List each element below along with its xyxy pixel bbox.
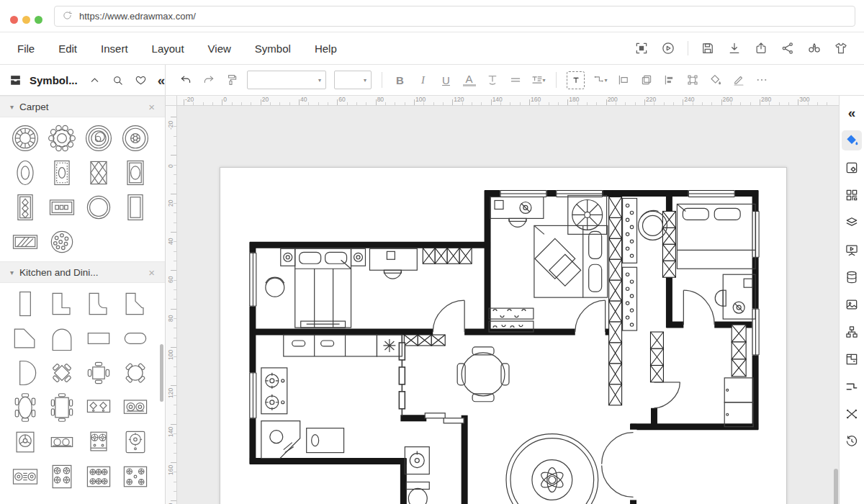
- format-painter-button[interactable]: [222, 71, 241, 90]
- search-icon[interactable]: [112, 74, 124, 86]
- symbol-rect-plain[interactable]: [118, 191, 153, 224]
- ceiling-fan[interactable]: [568, 196, 607, 235]
- canvas-scrollbar[interactable]: [834, 469, 838, 504]
- bold-button[interactable]: B: [390, 71, 410, 90]
- desk[interactable]: [490, 197, 544, 227]
- double-bed[interactable]: [534, 225, 608, 297]
- symbol-table-square-chairs[interactable]: [81, 356, 116, 390]
- favorites-heart-icon[interactable]: [135, 74, 147, 86]
- menu-item-view[interactable]: View: [208, 42, 231, 55]
- symbol-counter-arch[interactable]: [45, 322, 79, 355]
- left-panel-scrollbar[interactable]: [160, 344, 163, 402]
- symbol-cooktop-2-plain[interactable]: [45, 426, 79, 459]
- redo-button[interactable]: [199, 71, 218, 90]
- symbol-counter-l[interactable]: [45, 287, 79, 320]
- clothes-rack[interactable]: [623, 198, 637, 263]
- fill-color-button[interactable]: [706, 71, 725, 90]
- italic-button[interactable]: I: [413, 71, 433, 90]
- history-icon[interactable]: [842, 431, 862, 451]
- drawing-page[interactable]: [220, 167, 787, 504]
- nightstand[interactable]: [351, 248, 366, 266]
- share-icon[interactable]: [780, 41, 795, 55]
- reload-icon[interactable]: [62, 10, 73, 23]
- symbol-burner-single[interactable]: [8, 426, 42, 459]
- symbol-cooktop-2-round[interactable]: [118, 391, 153, 424]
- more-button[interactable]: [752, 71, 771, 90]
- menu-item-layout[interactable]: Layout: [152, 42, 184, 55]
- menu-item-help[interactable]: Help: [315, 42, 337, 55]
- save-icon[interactable]: [701, 41, 715, 55]
- minimize-window-button[interactable]: [22, 16, 30, 24]
- url-text[interactable]: https://www.edrawmax.com/: [79, 11, 196, 22]
- symbol-counter-rounded[interactable]: [118, 322, 153, 355]
- font-color-button[interactable]: A: [459, 71, 479, 90]
- menu-item-file[interactable]: File: [17, 42, 35, 55]
- swivel-chair[interactable]: [639, 210, 667, 240]
- double-bed[interactable]: [295, 248, 351, 328]
- text-align-button[interactable]: ▾: [528, 71, 548, 90]
- symbol-stove-grill[interactable]: [8, 460, 42, 493]
- section-header-1[interactable]: ▾Kitchen and Dini...×: [0, 261, 165, 283]
- symbol-table-oval-6[interactable]: [8, 391, 42, 424]
- symbol-counter-corner[interactable]: [8, 322, 42, 355]
- data-icon[interactable]: [842, 267, 862, 287]
- symbol-round-plain[interactable]: [81, 191, 116, 224]
- refrigerator[interactable]: [377, 335, 402, 356]
- stove[interactable]: [261, 368, 287, 414]
- armchair[interactable]: [266, 277, 284, 297]
- text-effect-button[interactable]: [482, 71, 502, 90]
- coat-rack[interactable]: [489, 308, 534, 332]
- cabinet[interactable]: [724, 378, 753, 427]
- symbol-rect-oval[interactable]: [118, 156, 153, 189]
- page-setup-icon[interactable]: [842, 158, 862, 178]
- text-tool-button[interactable]: [567, 71, 585, 89]
- symbol-counter-l-chamfer[interactable]: [118, 287, 153, 320]
- font-family-select[interactable]: ▾: [247, 71, 326, 89]
- round-rug[interactable]: [506, 434, 598, 504]
- maximize-window-button[interactable]: [35, 16, 42, 24]
- collapse-sidebar-icon[interactable]: «: [848, 103, 856, 123]
- symbol-burner-target[interactable]: [118, 426, 153, 459]
- section-collapse-icon[interactable]: ▾: [10, 103, 14, 111]
- symbol-stove-6[interactable]: [81, 460, 116, 493]
- symbol-table-round-chairs[interactable]: [118, 356, 153, 390]
- undo-button[interactable]: [176, 71, 195, 90]
- symbol-table-d[interactable]: [8, 356, 42, 390]
- menu-item-insert[interactable]: Insert: [101, 42, 128, 55]
- kitchen-counter[interactable]: [284, 335, 377, 356]
- bathroom-sink[interactable]: [405, 447, 429, 474]
- collapse-panel-icon[interactable]: «: [158, 73, 166, 87]
- single-bed[interactable]: [677, 204, 755, 269]
- pen-button[interactable]: [729, 71, 748, 90]
- symbol-table-rect-6[interactable]: [45, 391, 79, 424]
- smart-transform-icon[interactable]: [842, 404, 862, 424]
- corner-sink[interactable]: [261, 421, 300, 459]
- kitchen-island[interactable]: [307, 428, 344, 453]
- menu-item-edit[interactable]: Edit: [58, 42, 77, 55]
- desk[interactable]: [369, 248, 417, 279]
- symbol-round-rose[interactable]: [81, 122, 116, 155]
- close-icon[interactable]: ×: [148, 101, 155, 113]
- insert-image-icon[interactable]: [842, 294, 862, 315]
- symbol-rect-striped[interactable]: [8, 225, 42, 258]
- clothes-rack[interactable]: [623, 267, 637, 330]
- symbol-round-medallion[interactable]: [8, 122, 42, 155]
- symbol-table-diamond-chairs[interactable]: [45, 356, 79, 390]
- symbol-rect-fringe[interactable]: [45, 156, 79, 189]
- section-collapse-icon[interactable]: ▾: [10, 269, 14, 276]
- symbol-stove-4[interactable]: [45, 460, 79, 493]
- connector-settings-icon[interactable]: [842, 377, 862, 397]
- symbol-stove-gas-2[interactable]: [81, 426, 116, 459]
- close-icon[interactable]: ×: [148, 266, 155, 279]
- presentation-play-icon[interactable]: [661, 41, 675, 55]
- connector-button[interactable]: ▾: [590, 71, 610, 90]
- desk[interactable]: [715, 274, 755, 319]
- symbol-counter-rect[interactable]: [81, 322, 116, 355]
- canvas-area[interactable]: -200204060801001201401601802002202402602…: [166, 96, 839, 504]
- presentation-icon[interactable]: [842, 240, 862, 260]
- distribute-button[interactable]: [660, 71, 679, 90]
- duplicate-button[interactable]: [636, 71, 656, 90]
- symbol-counter-straight[interactable]: [8, 287, 42, 320]
- fit-screen-icon[interactable]: [634, 41, 649, 55]
- dining-table[interactable]: [457, 347, 509, 402]
